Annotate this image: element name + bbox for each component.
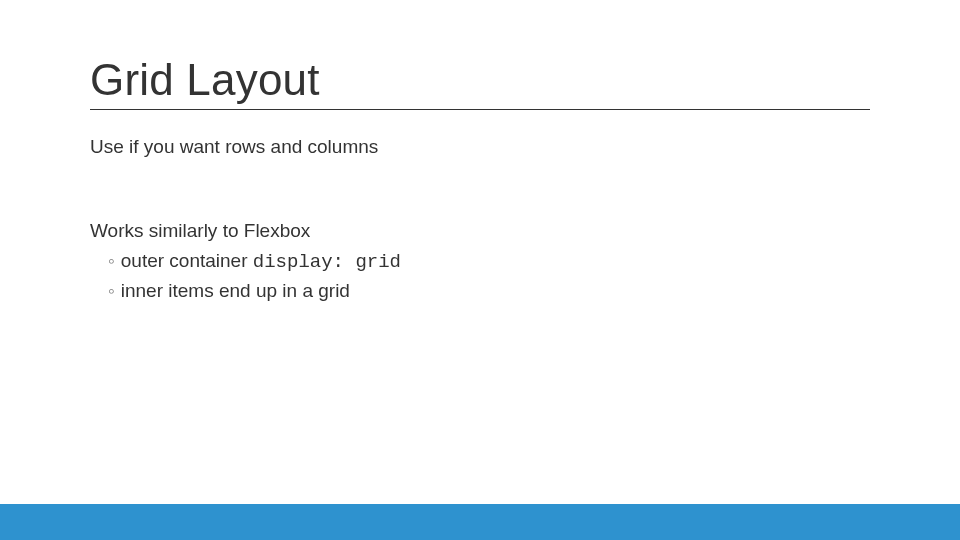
slide: Grid Layout Use if you want rows and col…: [0, 0, 960, 540]
sub-bullet-text: outer container: [121, 250, 253, 271]
bullet-glyph-icon: ◦: [108, 280, 115, 301]
para-flexbox-similar: Works similarly to Flexbox: [90, 218, 870, 244]
sub-bullet-inner-items: ◦inner items end up in a grid: [108, 277, 870, 306]
code-display-grid: display: grid: [253, 251, 401, 273]
slide-title: Grid Layout: [90, 55, 870, 110]
sub-bullet-text: inner items end up in a grid: [121, 280, 350, 301]
sub-bullet-outer-container: ◦outer container display: grid: [108, 247, 870, 277]
bottom-accent-bar: [0, 504, 960, 540]
para-rows-columns: Use if you want rows and columns: [90, 134, 870, 160]
bullet-glyph-icon: ◦: [108, 250, 115, 271]
